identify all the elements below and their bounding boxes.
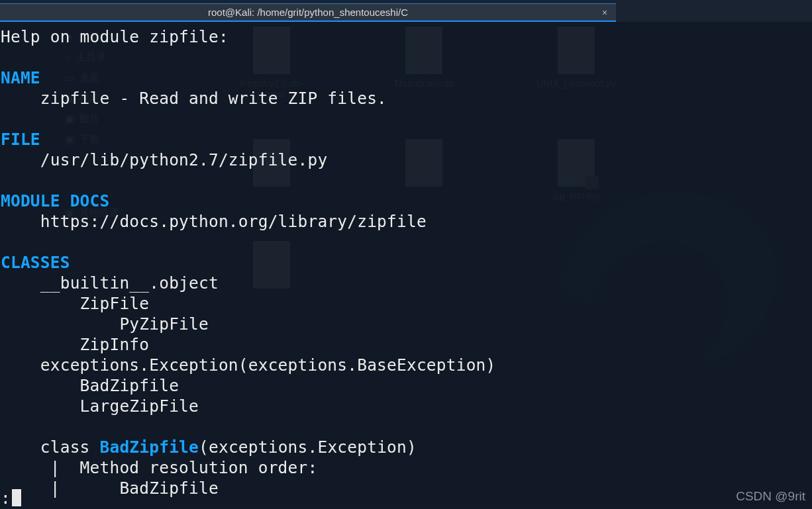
classes-tree-line: ZipInfo xyxy=(1,335,149,354)
classes-tree-line: BadZipfile xyxy=(1,376,179,395)
moduledocs-value: https://docs.python.org/library/zipfile xyxy=(1,212,427,231)
class-def-prefix: class xyxy=(1,438,100,457)
section-name: NAME xyxy=(1,68,40,87)
classes-tree-line: __builtin__.object xyxy=(1,273,219,293)
classes-tree-line: PyZipFile xyxy=(1,314,209,334)
help-intro: Help on module zipfile: xyxy=(1,27,228,46)
name-value: zipfile - Read and write ZIP files. xyxy=(1,89,387,108)
terminal-window: root@Kali: /home/grit/python_shentoucesh… xyxy=(0,3,616,22)
section-classes: CLASSES xyxy=(1,253,70,272)
class-def-name: BadZipfile xyxy=(100,438,199,457)
file-value: /usr/lib/python2.7/zipfile.py xyxy=(1,150,327,169)
cursor-icon xyxy=(12,489,21,506)
window-title: root@Kali: /home/grit/python_shentoucesh… xyxy=(208,7,408,18)
mro-line: | Method resolution order: xyxy=(1,458,317,477)
watermark-text: CSDN @9rit xyxy=(736,489,805,504)
window-titlebar[interactable]: root@Kali: /home/grit/python_shentoucesh… xyxy=(0,3,616,22)
classes-tree-line: LargeZipFile xyxy=(1,396,199,416)
section-file: FILE xyxy=(1,130,40,149)
classes-tree-line: exceptions.Exception(exceptions.BaseExce… xyxy=(1,355,496,375)
classes-tree-line: ZipFile xyxy=(1,294,149,313)
close-icon[interactable]: × xyxy=(599,7,611,19)
pager-prompt[interactable]: : xyxy=(1,488,21,508)
mro-line: | BadZipfile xyxy=(1,479,219,498)
class-def-suffix: (exceptions.Exception) xyxy=(199,438,417,457)
section-moduledocs: MODULE DOCS xyxy=(1,191,109,210)
terminal-output[interactable]: Help on module zipfile: NAME zipfile - R… xyxy=(1,26,812,498)
